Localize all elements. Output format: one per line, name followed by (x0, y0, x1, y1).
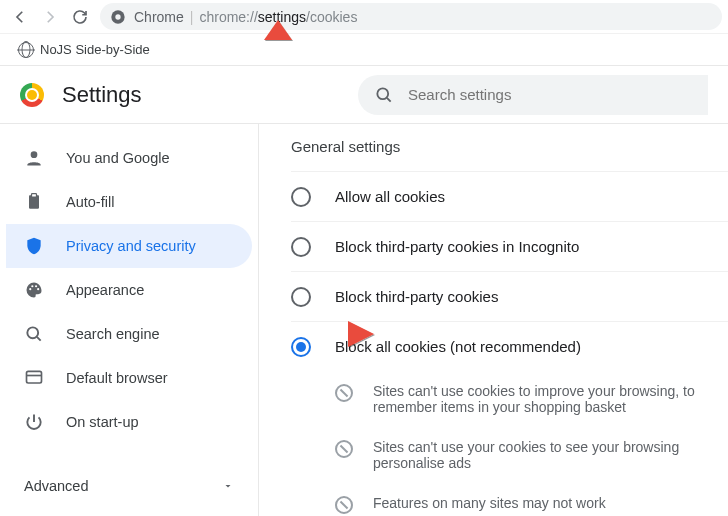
block-icon (335, 384, 353, 402)
sidebar-item-label: Default browser (66, 370, 168, 386)
sidebar-item-label: You and Google (66, 150, 169, 166)
detail-text: Sites can't use cookies to improve your … (373, 383, 728, 415)
svg-point-2 (377, 88, 388, 99)
radio-icon[interactable] (291, 237, 311, 257)
radio-icon[interactable] (291, 337, 311, 357)
url-scheme-label: Chrome (134, 9, 184, 25)
globe-icon (18, 42, 34, 58)
chevron-down-icon (222, 480, 234, 492)
svg-point-10 (27, 327, 38, 338)
chrome-logo-icon (20, 83, 44, 107)
svg-rect-5 (32, 194, 37, 197)
clipboard-icon (24, 192, 44, 212)
power-icon (24, 412, 44, 432)
option-label: Block all cookies (not recommended) (335, 338, 581, 355)
address-bar[interactable]: Chrome | chrome://settings/cookies (100, 3, 722, 30)
svg-rect-11 (27, 371, 42, 383)
sidebar-item-search-engine[interactable]: Search engine (6, 312, 252, 356)
detail-row: Sites can't use your cookies to see your… (335, 427, 728, 483)
detail-text: Sites can't use your cookies to see your… (373, 439, 728, 471)
sidebar: You and Google Auto-fill Privacy and sec… (0, 124, 258, 516)
sidebar-item-label: Auto-fill (66, 194, 114, 210)
browser-toolbar: Chrome | chrome://settings/cookies (0, 0, 728, 34)
block-icon (335, 496, 353, 514)
bookmark-bar: NoJS Side-by-Side (0, 34, 728, 66)
svg-point-9 (37, 288, 39, 290)
sidebar-item-label: Privacy and security (66, 238, 196, 254)
search-input[interactable] (408, 86, 692, 103)
url-prefix: chrome:// (199, 9, 257, 25)
option-allow-all[interactable]: Allow all cookies (291, 171, 728, 221)
option-block-incognito[interactable]: Block third-party cookies in Incognito (291, 221, 728, 271)
block-icon (335, 440, 353, 458)
browser-icon (24, 368, 44, 388)
page-title: Settings (62, 82, 142, 108)
option-label: Allow all cookies (335, 188, 445, 205)
search-icon (24, 324, 44, 344)
person-icon (24, 148, 44, 168)
sidebar-item-label: Search engine (66, 326, 160, 342)
bookmark-item[interactable]: NoJS Side-by-Side (12, 38, 156, 62)
search-icon (374, 85, 394, 105)
sidebar-item-default-browser[interactable]: Default browser (6, 356, 252, 400)
advanced-label: Advanced (24, 478, 89, 494)
address-text: Chrome | chrome://settings/cookies (134, 9, 357, 25)
svg-point-3 (31, 151, 38, 158)
sidebar-item-auto-fill[interactable]: Auto-fill (6, 180, 252, 224)
sidebar-item-privacy-security[interactable]: Privacy and security (6, 224, 252, 268)
detail-text: Features on many sites may not work (373, 495, 606, 511)
block-all-details: Sites can't use cookies to improve your … (291, 371, 728, 516)
shield-icon (24, 236, 44, 256)
svg-point-1 (115, 14, 120, 19)
url-path: settings (258, 9, 306, 25)
svg-point-7 (31, 285, 33, 287)
sidebar-item-label: Appearance (66, 282, 144, 298)
svg-point-8 (35, 285, 37, 287)
option-label: Block third-party cookies (335, 288, 498, 305)
main-area: You and Google Auto-fill Privacy and sec… (0, 124, 728, 516)
option-label: Block third-party cookies in Incognito (335, 238, 579, 255)
back-button[interactable] (6, 3, 34, 31)
forward-button[interactable] (36, 3, 64, 31)
section-title: General settings (291, 138, 728, 155)
detail-row: Features on many sites may not work (335, 483, 728, 516)
detail-row: Sites can't use cookies to improve your … (335, 371, 728, 427)
chrome-icon (110, 9, 126, 25)
option-block-all[interactable]: Block all cookies (not recommended) (291, 321, 728, 371)
sidebar-item-on-start-up[interactable]: On start-up (6, 400, 252, 444)
url-suffix: /cookies (306, 9, 357, 25)
svg-point-6 (29, 288, 31, 290)
radio-icon[interactable] (291, 287, 311, 307)
sidebar-item-you-and-google[interactable]: You and Google (6, 136, 252, 180)
sidebar-advanced[interactable]: Advanced (6, 462, 252, 494)
sidebar-item-label: On start-up (66, 414, 139, 430)
sidebar-item-appearance[interactable]: Appearance (6, 268, 252, 312)
option-block-third-party[interactable]: Block third-party cookies (291, 271, 728, 321)
bookmark-label: NoJS Side-by-Side (40, 42, 150, 57)
content-panel: General settings Allow all cookies Block… (258, 124, 728, 516)
palette-icon (24, 280, 44, 300)
app-header: Settings (0, 66, 728, 124)
search-settings-box[interactable] (358, 75, 708, 115)
reload-button[interactable] (66, 3, 94, 31)
radio-icon[interactable] (291, 187, 311, 207)
